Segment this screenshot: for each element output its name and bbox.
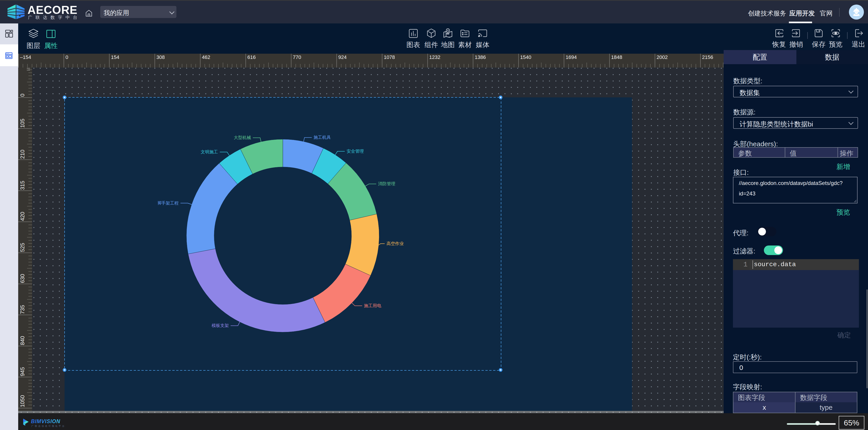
svg-text:105: 105 (19, 118, 26, 127)
svg-text:1078: 1078 (384, 54, 395, 60)
svg-text:1694: 1694 (566, 54, 577, 60)
svg-text:945: 945 (19, 367, 26, 376)
svg-text:1050: 1050 (19, 395, 26, 407)
svg-text:770: 770 (293, 54, 301, 60)
svg-text:1540: 1540 (520, 54, 531, 60)
svg-text:525: 525 (19, 243, 26, 252)
svg-text:630: 630 (19, 274, 26, 283)
svg-text:308: 308 (156, 54, 165, 60)
svg-text:616: 616 (247, 54, 256, 60)
svg-text:420: 420 (19, 212, 26, 221)
svg-text:210: 210 (19, 150, 26, 159)
svg-text:154: 154 (111, 54, 119, 60)
svg-text:1232: 1232 (429, 54, 440, 60)
svg-text:2156: 2156 (702, 54, 713, 60)
svg-text:0: 0 (19, 94, 26, 97)
svg-text:840: 840 (19, 336, 26, 345)
svg-text:735: 735 (19, 305, 26, 314)
svg-text:924: 924 (338, 54, 347, 60)
svg-text:462: 462 (202, 54, 210, 60)
svg-text:–154: –154 (20, 54, 31, 60)
svg-text:1848: 1848 (611, 54, 622, 60)
svg-text:315: 315 (19, 181, 26, 190)
svg-text:1386: 1386 (475, 54, 486, 60)
svg-text:2002: 2002 (657, 54, 668, 60)
svg-text:0: 0 (65, 54, 68, 60)
